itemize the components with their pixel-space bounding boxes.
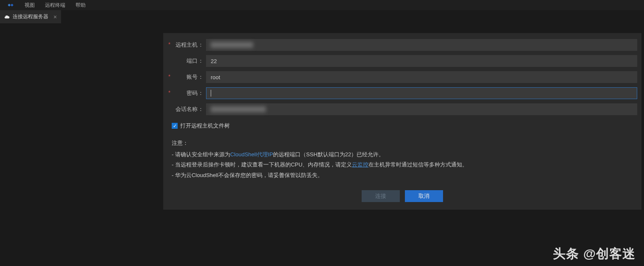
filetree-checkbox-label: 打开远程主机文件树 — [180, 122, 230, 130]
row-host: * 远程主机： — [163, 39, 641, 51]
notice-line-3: - 华为云CloudShell不会保存您的密码，请妥善保管以防丢失。 — [172, 170, 633, 181]
notice-line-2: - 当远程登录后操作卡顿时，建议查看一下机器的CPU、内存情况，请定义云监控在主… — [172, 160, 633, 170]
notice-title: 注意： — [172, 138, 633, 149]
row-filetree-checkbox: ✓ 打开远程主机文件树 — [163, 119, 641, 134]
tab-bar: 连接远程服务器 × — [0, 10, 644, 24]
filetree-checkbox[interactable]: ✓ — [172, 123, 178, 129]
host-input[interactable] — [206, 39, 637, 51]
watermark: 头条 @创客迷 — [553, 245, 636, 263]
redacted-host — [211, 42, 253, 48]
cancel-button[interactable]: 取消 — [405, 190, 443, 202]
row-session: 会话名称： — [163, 103, 641, 115]
link-cloud-monitor[interactable]: 云监控 — [352, 161, 368, 168]
user-input[interactable] — [206, 71, 637, 83]
notice-block: 注意： - 请确认安全组中来源为CloudShell代理IP的远程端口（SSH默… — [163, 134, 641, 183]
connect-button[interactable]: 连接 — [362, 190, 400, 202]
app-logo — [2, 2, 20, 8]
menu-help[interactable]: 帮助 — [70, 0, 91, 10]
tab-close-icon[interactable]: × — [53, 14, 57, 20]
connect-form-panel: * 远程主机： 端口： * 账号： * 密码： — [163, 33, 641, 210]
tab-title: 连接远程服务器 — [13, 13, 48, 20]
port-input[interactable] — [206, 55, 637, 67]
menu-bar: 视图 远程终端 帮助 — [0, 0, 644, 10]
tab-connect-remote[interactable]: 连接远程服务器 × — [0, 10, 61, 23]
session-input[interactable] — [206, 103, 637, 115]
row-user: * 账号： — [163, 71, 641, 83]
text-cursor — [211, 90, 211, 97]
session-label: 会话名称： — [163, 105, 204, 113]
cloud-icon — [4, 14, 10, 20]
password-label: * 密码： — [163, 89, 204, 97]
password-input[interactable] — [206, 87, 637, 99]
user-label: * 账号： — [163, 73, 204, 81]
row-password: * 密码： — [163, 87, 641, 99]
redacted-session — [211, 106, 266, 112]
menu-remote-terminal[interactable]: 远程终端 — [40, 0, 70, 10]
port-label: 端口： — [163, 57, 204, 65]
notice-line-1: - 请确认安全组中来源为CloudShell代理IP的远程端口（SSH默认端口为… — [172, 150, 633, 160]
menu-view[interactable]: 视图 — [20, 0, 40, 10]
button-row: 连接 取消 — [163, 183, 641, 202]
content-area: * 远程主机： 端口： * 账号： * 密码： — [0, 24, 644, 266]
row-port: 端口： — [163, 55, 641, 67]
link-cloudshell-proxy-ip[interactable]: CloudShell代理IP — [230, 151, 273, 158]
host-label: * 远程主机： — [163, 41, 204, 49]
